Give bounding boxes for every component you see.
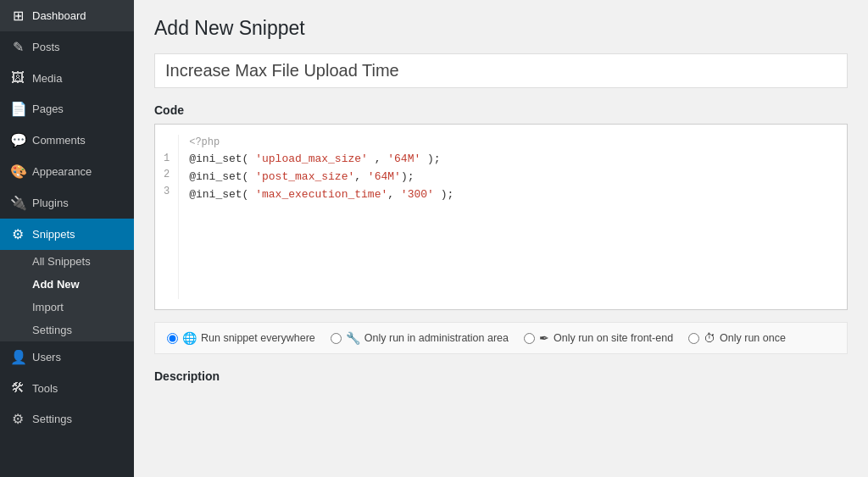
option-run-once[interactable]: ⏱ Only run once — [688, 331, 786, 345]
clock-icon: ⏱ — [704, 331, 715, 345]
submenu-all-snippets[interactable]: All Snippets — [0, 250, 134, 273]
sidebar-item-settings[interactable]: ⚙ Settings — [0, 403, 134, 435]
radio-run-frontend[interactable] — [524, 333, 535, 344]
option-run-admin[interactable]: 🔧 Only run in administration area — [331, 331, 509, 345]
sidebar-item-media[interactable]: 🖼 Media — [0, 63, 134, 93]
option-run-everywhere[interactable]: 🌐 Run snippet everywhere — [167, 331, 315, 345]
appearance-icon: 🎨 — [10, 164, 25, 180]
radio-run-admin[interactable] — [331, 333, 342, 344]
sidebar-item-users[interactable]: 👤 Users — [0, 341, 134, 373]
pen-icon: ✒ — [539, 331, 549, 345]
php-tag: <?php — [189, 135, 837, 151]
radio-run-everywhere[interactable] — [167, 333, 178, 344]
sidebar-item-comments[interactable]: 💬 Comments — [0, 125, 134, 156]
sidebar-item-snippets[interactable]: ⚙ Snippets — [0, 219, 134, 250]
code-line-3: @ini_set( 'max_execution_time', '300' ); — [189, 186, 837, 204]
description-label: Description — [154, 369, 848, 383]
run-options: 🌐 Run snippet everywhere 🔧 Only run in a… — [154, 322, 848, 354]
snippets-icon: ⚙ — [10, 226, 25, 242]
submenu-add-new[interactable]: Add New — [0, 273, 134, 296]
page-title: Add New Snippet — [154, 17, 848, 40]
sidebar-item-pages[interactable]: 📄 Pages — [0, 93, 134, 125]
submenu-import[interactable]: Import — [0, 296, 134, 319]
sidebar-item-dashboard[interactable]: ⊞ Dashboard — [0, 0, 134, 31]
sidebar: ⊞ Dashboard ✎ Posts 🖼 Media 📄 Pages 💬 Co… — [0, 0, 134, 477]
code-line-2: @ini_set( 'post_max_size', '64M'); — [189, 169, 837, 186]
code-editor[interactable]: 1 2 3 <?php @ini_set( 'upload_max_size' … — [154, 124, 848, 310]
plugins-icon: 🔌 — [10, 195, 25, 211]
posts-icon: ✎ — [10, 39, 25, 55]
code-content: <?php @ini_set( 'upload_max_size' , '64M… — [179, 135, 847, 299]
submenu-settings[interactable]: Settings — [0, 319, 134, 341]
dashboard-icon: ⊞ — [10, 8, 25, 24]
settings-icon: ⚙ — [10, 411, 25, 427]
sidebar-item-plugins[interactable]: 🔌 Plugins — [0, 187, 134, 219]
pages-icon: 📄 — [10, 101, 25, 117]
media-icon: 🖼 — [10, 70, 25, 86]
users-icon: 👤 — [10, 349, 25, 365]
code-section-label: Code — [154, 103, 848, 117]
radio-run-once[interactable] — [688, 333, 699, 344]
code-line-1: @ini_set( 'upload_max_size' , '64M' ); — [189, 151, 837, 169]
tools-icon: 🛠 — [10, 380, 25, 396]
comments-icon: 💬 — [10, 132, 25, 148]
line-numbers: 1 2 3 — [155, 135, 179, 299]
main-content: Add New Snippet Code 1 2 3 <?php @ini_se… — [134, 0, 868, 477]
globe-icon: 🌐 — [182, 331, 197, 345]
sidebar-item-posts[interactable]: ✎ Posts — [0, 31, 134, 63]
snippet-name-input[interactable] — [154, 53, 848, 88]
sidebar-item-appearance[interactable]: 🎨 Appearance — [0, 156, 134, 187]
wrench-icon: 🔧 — [346, 331, 360, 345]
option-run-frontend[interactable]: ✒ Only run on site front-end — [524, 331, 673, 345]
snippets-submenu: All Snippets Add New Import Settings — [0, 250, 134, 341]
sidebar-item-tools[interactable]: 🛠 Tools — [0, 373, 134, 403]
